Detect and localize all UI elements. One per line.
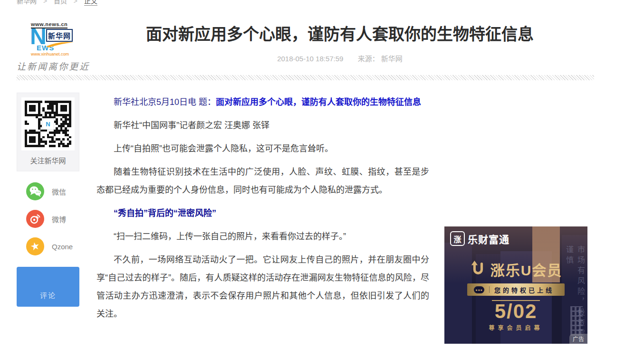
share-qzone[interactable]: ★ Qzone	[26, 237, 73, 255]
breadcrumb-item-home[interactable]: 新华网	[17, 0, 37, 5]
ad-brand-icon: 涨	[450, 231, 465, 246]
ad-brand: 涨 乐财富通	[450, 231, 509, 246]
share-weibo[interactable]: 微博	[26, 210, 66, 228]
paragraph: “扫一扫二维码，上传一张自己的照片，来看看你过去的样子。”	[96, 227, 429, 245]
lead-paragraph: 新华社北京5月10日电 题：面对新应用多个心眼，谨防有人套取你的生物特征信息	[96, 93, 429, 111]
comment-button[interactable]: 评论	[17, 267, 79, 307]
lead-prefix: 新华社北京5月10日电 题：	[114, 97, 216, 107]
breadcrumb-separator: >	[43, 0, 47, 5]
ad-risk-disclaimer: 市场有风险，投资需谨慎	[563, 245, 586, 340]
comment-button-label: 评论	[40, 290, 56, 300]
ad-label-badge: 广告	[569, 334, 587, 344]
source-name: 新华网	[381, 55, 403, 63]
share-qzone-label: Qzone	[52, 243, 73, 251]
ad-brand-name: 乐财富通	[468, 232, 509, 246]
paragraph: 随着生物特征识别技术在生活中的广泛使用，人脸、声纹、虹膜、指纹，甚至是步态都已经…	[96, 163, 429, 199]
qr-center-logo: N	[42, 118, 54, 130]
publish-date: 2018-05-10 18:57:59	[277, 55, 343, 63]
qr-card: N 关注新华网	[17, 93, 79, 171]
wechat-icon	[26, 182, 44, 200]
paragraph: 不久前，一场网络互动活动火了一把。它让网友上传自己的照片，并在朋友圈中分享“自己…	[96, 251, 429, 323]
ad-headline-text: 涨乐U会员	[490, 259, 563, 280]
byline: 新华社“中国网事”记者颜之宏 汪奥娜 张铎	[96, 116, 429, 134]
share-wechat[interactable]: 微信	[26, 182, 66, 200]
chat-bubble-icon: ●●●	[474, 286, 484, 293]
logo-site-name: 新华网	[46, 29, 73, 42]
qr-label: 关注新华网	[21, 150, 75, 171]
share-wechat-label: 微信	[52, 187, 66, 197]
section-heading: “秀自拍”背后的“泄密风险”	[96, 204, 429, 222]
hatched-divider	[17, 75, 594, 80]
breadcrumb-item-channel[interactable]: 首页	[54, 0, 67, 5]
paragraph: 上传“自拍照”也可能会泄露个人隐私，这可不是危言耸听。	[96, 140, 429, 158]
lead-title-link[interactable]: 面对新应用多个心眼，谨防有人套取你的生物特征信息	[216, 97, 421, 107]
article-meta: 2018-05-10 18:57:59 来源： 新华网	[86, 53, 594, 63]
logo-slogan: 让新闻离你更近	[17, 59, 93, 72]
qr-code: N	[21, 97, 75, 150]
banner-divider	[489, 286, 490, 293]
article-body: 新华社北京5月10日电 题：面对新应用多个心眼，谨防有人套取你的生物特征信息 新…	[96, 93, 429, 328]
share-weibo-label: 微博	[52, 214, 66, 224]
source-label: 来源：	[358, 55, 379, 63]
u-arrow-icon	[470, 260, 486, 278]
weibo-icon	[26, 210, 44, 228]
ad-gold-banner: ●●● 您的特权已上线	[467, 283, 565, 296]
ad-banner[interactable]: 涨 乐财富通 涨乐U会员 ●●● 您的特权已上线 5/02 尊享会员启幕 市场有…	[444, 226, 587, 344]
qzone-icon: ★	[26, 237, 44, 255]
xinhuanet-logo[interactable]: www.news.cn N 新华网 EWS www.xinhuanet.com …	[17, 21, 88, 69]
page-title: 面对新应用多个心眼，谨防有人套取你的生物特征信息	[86, 25, 594, 44]
ad-banner-text: 您的特权已上线	[494, 285, 554, 294]
breadcrumb: 新华网 > 首页 > 正文	[17, 0, 97, 5]
breadcrumb-separator: >	[74, 0, 77, 5]
logo-url-bottom: www.xinhuanet.com	[31, 52, 69, 56]
breadcrumb-item-current: 正文	[84, 0, 97, 6]
swoosh-icon	[45, 40, 75, 50]
